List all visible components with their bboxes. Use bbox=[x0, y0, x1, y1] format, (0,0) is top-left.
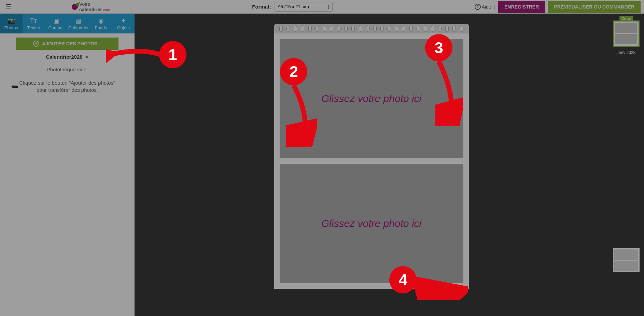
tab-label: Photos bbox=[4, 25, 18, 30]
thumb-month-1[interactable] bbox=[613, 248, 640, 272]
format-label: Format: bbox=[252, 4, 271, 10]
menu-icon[interactable]: ☰ bbox=[3, 3, 14, 11]
format-area: Format: A5 (15 x 21 cm) ▴▾ bbox=[252, 2, 333, 12]
page-thumbnails: Couv Janv 2028 bbox=[608, 14, 644, 316]
library-hint-text: Cliquez sur le bouton "Ajouter des photo… bbox=[0, 79, 135, 94]
app-header: ☰ Votre calendrier.com Format: A5 (15 x … bbox=[0, 0, 644, 14]
annotation-badge-1: 1 bbox=[159, 41, 186, 68]
reply-arrow-icon: ➦ bbox=[11, 81, 18, 92]
format-value: A5 (15 x 21 cm) bbox=[278, 4, 309, 9]
canvas-area: Glissez votre photo ici Glissez votre ph… bbox=[135, 14, 644, 316]
tab-fonds[interactable]: ◉Fonds bbox=[90, 14, 112, 33]
calendar-name[interactable]: Calendrier2028 ✎ bbox=[0, 54, 135, 60]
logo-text-2: calendrier bbox=[79, 7, 102, 12]
tab-icon: ▦ bbox=[75, 17, 81, 25]
tab-icon: Tᴛ bbox=[30, 17, 37, 25]
thumb-mini bbox=[614, 249, 638, 260]
tab-photos[interactable]: 📷Photos bbox=[0, 14, 23, 33]
logo-suffix: .com bbox=[102, 8, 110, 12]
select-arrows-icon: ▴▾ bbox=[328, 4, 330, 10]
save-button[interactable]: ENREGISTRER bbox=[498, 1, 545, 13]
app-body: 📷PhotosTᴛTextes▣Compo.▦Calendrier◉Fonds✦… bbox=[0, 14, 644, 316]
add-photos-button[interactable]: + AJOUTER DES PHOTOS... bbox=[16, 38, 118, 50]
preview-order-button[interactable]: PRÉVISUALISER OU COMMANDER bbox=[548, 1, 641, 13]
plus-icon: + bbox=[33, 41, 39, 47]
tab-label: Objets bbox=[117, 25, 130, 30]
help-label: Aide bbox=[482, 4, 491, 10]
pencil-icon[interactable]: ✎ bbox=[85, 55, 89, 60]
tab-icon: ✦ bbox=[121, 17, 126, 25]
calendar-name-text: Calendrier2028 bbox=[46, 54, 83, 60]
tab-icon: ▣ bbox=[53, 17, 59, 25]
spiral-binding bbox=[274, 24, 469, 33]
cover-tag: Couv bbox=[619, 16, 633, 21]
logo-icon bbox=[72, 4, 78, 10]
logo-text-1: Votre bbox=[79, 1, 90, 7]
thumb-cover[interactable]: Couv bbox=[613, 20, 640, 47]
help-link[interactable]: ? Aide | bbox=[475, 4, 495, 10]
tab-icon: 📷 bbox=[8, 17, 15, 25]
sidebar: 📷PhotosTᴛTextes▣Compo.▦Calendrier◉Fonds✦… bbox=[0, 14, 135, 316]
thumb-mini bbox=[615, 23, 637, 33]
annotation-badge-4: 4 bbox=[389, 266, 417, 293]
tab-label: Calendrier bbox=[68, 25, 89, 30]
add-photos-label: AJOUTER DES PHOTOS... bbox=[42, 41, 101, 46]
tab-calendrier[interactable]: ▦Calendrier bbox=[67, 14, 90, 33]
library-empty-text: Photothèque vide. bbox=[0, 67, 135, 72]
photo-slot-2[interactable]: Glissez votre photo ici bbox=[280, 164, 463, 283]
help-icon: ? bbox=[475, 4, 481, 10]
tabs-strip: 📷PhotosTᴛTextes▣Compo.▦Calendrier◉Fonds✦… bbox=[0, 14, 135, 33]
tab-label: Textes bbox=[27, 25, 40, 30]
thumb-mini bbox=[615, 34, 637, 44]
annotation-badge-2: 2 bbox=[280, 58, 307, 85]
format-select[interactable]: A5 (15 x 21 cm) ▴▾ bbox=[275, 2, 333, 12]
tab-icon: ◉ bbox=[98, 17, 104, 25]
thumb-label: Janv 2028 bbox=[617, 50, 635, 55]
logo[interactable]: Votre calendrier.com bbox=[72, 1, 110, 12]
separator: | bbox=[492, 4, 495, 10]
tab-label: Fonds bbox=[95, 25, 107, 30]
thumb-mini bbox=[614, 261, 638, 271]
sidebar-inner: + AJOUTER DES PHOTOS... Calendrier2028 ✎… bbox=[0, 33, 135, 94]
tab-objets[interactable]: ✦Objets bbox=[112, 14, 135, 33]
tab-compo[interactable]: ▣Compo. bbox=[45, 14, 67, 33]
tab-textes[interactable]: TᴛTextes bbox=[23, 14, 45, 33]
tab-label: Compo. bbox=[48, 25, 64, 30]
annotation-badge-3: 3 bbox=[425, 34, 452, 61]
